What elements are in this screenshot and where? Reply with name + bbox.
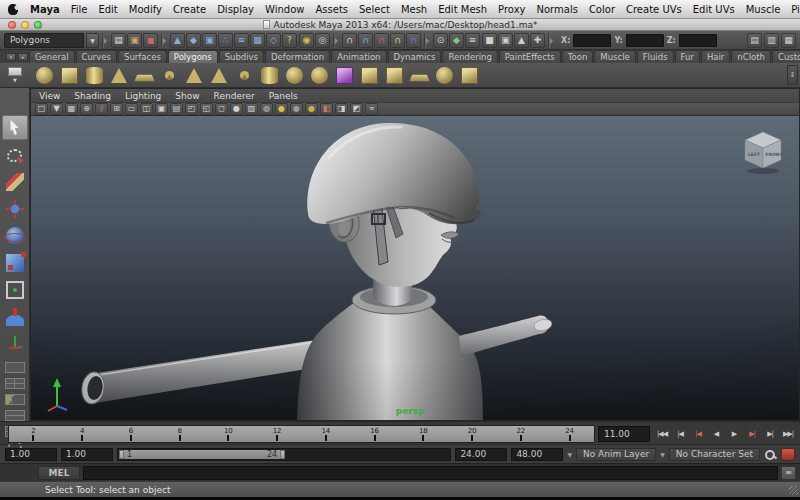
time-slider-track[interactable]: 2 4 6 8 10 12 14 16 xyxy=(8,425,595,443)
select-hierarchy-icon[interactable]: ▲ xyxy=(170,33,185,48)
scale-tool[interactable] xyxy=(2,250,28,275)
menu-item[interactable]: Edit xyxy=(97,4,118,15)
safe-title-icon[interactable]: ◱ xyxy=(200,103,213,115)
soft-modification-tool[interactable] xyxy=(2,304,28,329)
shelf-tab[interactable]: Animation xyxy=(331,50,386,63)
output-connections-icon[interactable]: ≡ xyxy=(465,33,480,48)
character-set-dropdown-arrow-icon[interactable]: ▼ xyxy=(660,451,665,458)
shelf-tab[interactable]: Polygons xyxy=(168,50,218,63)
xray-joints-icon[interactable]: ◩ xyxy=(350,103,363,115)
set-key-icon[interactable] xyxy=(764,448,777,461)
shelf-tab[interactable]: Hair xyxy=(701,50,730,63)
paint-select-tool[interactable] xyxy=(2,169,28,194)
snap-projected-center-icon[interactable]: ∩ xyxy=(390,33,405,48)
select-tool[interactable] xyxy=(2,115,28,140)
menu-item[interactable]: Assets xyxy=(314,4,349,15)
menu-item[interactable]: Normals xyxy=(535,4,578,15)
panel-menu-item[interactable]: Lighting xyxy=(125,91,161,101)
snap-view-plane-icon[interactable]: ∩ xyxy=(406,33,421,48)
go-to-end-button[interactable]: ▶▶| xyxy=(779,425,797,442)
open-scene-icon[interactable]: ▣ xyxy=(127,33,142,48)
smooth-shade-icon[interactable]: ● xyxy=(230,103,243,115)
anim-layer-dropdown-arrow-icon[interactable]: ▼ xyxy=(567,451,572,458)
camera-label[interactable]: persp xyxy=(396,406,425,416)
select-faces-icon[interactable]: ▦ xyxy=(250,33,265,48)
x-coordinate-input[interactable] xyxy=(573,34,611,47)
quad-draw-icon[interactable] xyxy=(383,64,405,86)
menu-item[interactable]: Pipeline... xyxy=(790,4,800,15)
panel-menu-item[interactable]: View xyxy=(39,91,60,101)
minimize-window-button[interactable] xyxy=(21,21,29,29)
current-time-field[interactable]: 11.00 xyxy=(598,426,650,442)
lasso-select-tool[interactable] xyxy=(2,142,28,167)
status-line-divider[interactable] xyxy=(161,33,167,48)
occlusion-icon[interactable]: ● xyxy=(305,103,318,115)
menu-set-dropdown[interactable]: Polygons xyxy=(4,33,84,48)
select-object-icon[interactable]: ◆ xyxy=(186,33,201,48)
menu-item[interactable]: File xyxy=(70,4,89,15)
gate-mask-icon[interactable]: ▣ xyxy=(155,103,168,115)
persp-outliner-layout[interactable] xyxy=(2,392,28,406)
menu-item[interactable]: Create UVs xyxy=(625,4,683,15)
input-connections-icon[interactable]: ⊙ xyxy=(433,33,448,48)
shelf-tab-arrow-icon[interactable]: ▾ xyxy=(6,53,16,61)
view-cube[interactable]: LEFT FRONT xyxy=(739,128,787,174)
shelf-tab[interactable]: Custom xyxy=(772,50,800,63)
channel-box-toggle-icon[interactable]: ▦ xyxy=(781,33,796,48)
status-line-divider[interactable] xyxy=(424,33,430,48)
platonic-solid-icon[interactable] xyxy=(333,64,355,86)
shelf-option-icon[interactable]: ▸ xyxy=(18,53,28,61)
playback-end-field[interactable]: 24.00 xyxy=(455,448,507,461)
play-backwards-button[interactable]: ◀ xyxy=(707,425,725,442)
menu-item[interactable]: Proxy xyxy=(497,4,526,15)
playback-start-field[interactable]: 1.00 xyxy=(61,448,113,461)
snap-grid-icon[interactable]: ∩ xyxy=(342,33,357,48)
shelf-tab[interactable]: Curves xyxy=(76,50,118,63)
highlight-selection-icon[interactable]: ◎ xyxy=(315,33,330,48)
resize-grip[interactable] xyxy=(789,486,798,495)
move-tool[interactable] xyxy=(2,196,28,221)
poly-prism-icon[interactable] xyxy=(183,64,205,86)
make-live-icon[interactable]: ◆ xyxy=(449,33,464,48)
soldier-model[interactable] xyxy=(31,116,799,420)
menu-item[interactable]: Create xyxy=(172,4,207,15)
go-to-start-button[interactable]: |◀◀ xyxy=(653,425,671,442)
camera-attributes-icon[interactable]: □ xyxy=(35,103,48,115)
y-coordinate-input[interactable] xyxy=(626,34,664,47)
shelf-menu-button[interactable]: ▼ xyxy=(4,65,26,85)
ipr-render-icon[interactable]: ▲ xyxy=(514,33,529,48)
panel-menu-item[interactable]: Renderer xyxy=(214,91,255,101)
zoom-window-button[interactable] xyxy=(34,21,42,29)
poly-sphere-icon[interactable] xyxy=(33,64,55,86)
select-points-icon[interactable]: ∴ xyxy=(218,33,233,48)
shelf-tab[interactable]: Dynamics xyxy=(388,50,442,63)
save-scene-icon[interactable]: ◼ xyxy=(143,33,158,48)
select-lines-icon[interactable]: ≡ xyxy=(234,33,249,48)
tool-settings-toggle-icon[interactable]: ▥ xyxy=(764,33,779,48)
panel-menu-item[interactable]: Shading xyxy=(74,91,111,101)
wireframe-icon[interactable]: ◻ xyxy=(215,103,228,115)
menu-item[interactable]: Modify xyxy=(128,4,163,15)
render-settings-icon[interactable]: ✚ xyxy=(530,33,545,48)
shelf-tab[interactable]: PaintEffects xyxy=(499,50,561,63)
render-current-frame-icon[interactable]: ▣ xyxy=(498,33,513,48)
shelf-tab[interactable]: Fluids xyxy=(637,50,674,63)
poly-cylinder-icon[interactable] xyxy=(83,64,105,86)
animation-end-field[interactable]: 48.00 xyxy=(511,448,563,461)
step-back-frame-button[interactable]: |◀ xyxy=(671,425,689,442)
poly-cube-icon[interactable] xyxy=(58,64,80,86)
snap-curve-icon[interactable]: ∩ xyxy=(358,33,373,48)
shelf-tab[interactable]: Deformation xyxy=(265,50,330,63)
poly-torus-icon[interactable] xyxy=(158,64,180,86)
z-coordinate-input[interactable] xyxy=(679,34,717,47)
new-scene-icon[interactable]: ▤ xyxy=(111,33,126,48)
range-slider-track[interactable]: 1 24 xyxy=(117,448,451,461)
menu-item[interactable]: Edit UVs xyxy=(692,4,736,15)
menu-item[interactable]: Select xyxy=(358,4,391,15)
poly-soccer-ball-icon[interactable] xyxy=(283,64,305,86)
shelf-tab[interactable]: General xyxy=(29,50,75,63)
four-pane-layout[interactable] xyxy=(2,376,28,390)
poly-helix-icon[interactable] xyxy=(258,64,280,86)
share-icon[interactable]: ∝ xyxy=(365,103,378,115)
menu-item[interactable]: Window xyxy=(264,4,305,15)
